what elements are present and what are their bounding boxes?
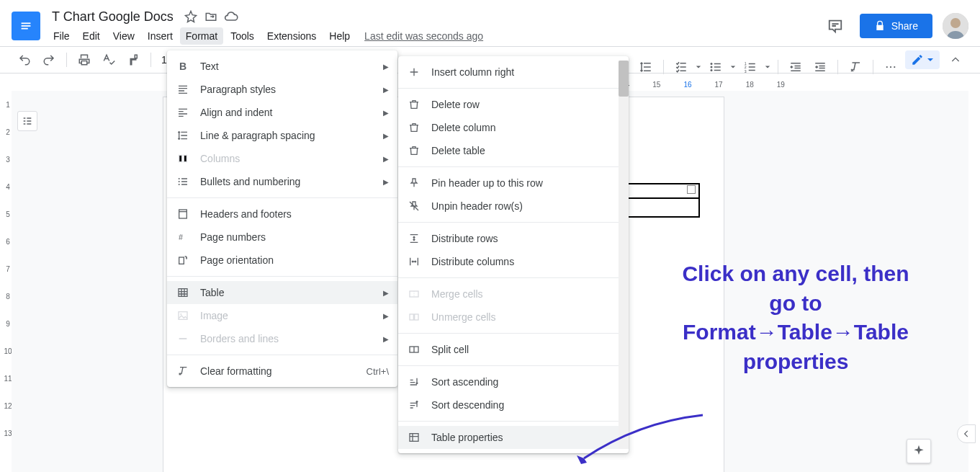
svg-point-6 — [711, 63, 713, 65]
star-icon[interactable] — [184, 9, 198, 24]
comments-icon[interactable] — [821, 12, 850, 40]
align-icon — [176, 105, 190, 120]
indent-button[interactable] — [810, 57, 830, 77]
table-unpin-header[interactable]: Unpin header row(s) — [398, 195, 629, 218]
table-delete-table[interactable]: Delete table — [398, 139, 629, 162]
svg-point-15 — [179, 178, 180, 179]
outdent-button[interactable] — [786, 57, 806, 77]
menu-edit[interactable]: Edit — [77, 27, 106, 45]
unpin-icon — [407, 199, 421, 213]
format-dropdown: BText▶ Paragraph styles▶ Align and inden… — [167, 50, 397, 387]
menu-bar: File Edit View Insert Format Tools Exten… — [48, 27, 821, 45]
trash-icon — [407, 143, 421, 158]
borders-icon — [176, 331, 190, 346]
format-headers-footers[interactable]: Headers and footers — [167, 202, 397, 226]
redo-button[interactable] — [39, 50, 59, 70]
table-pin-header[interactable]: Pin header up to this row — [398, 172, 629, 195]
table-distribute-rows[interactable]: Distribute rows — [398, 227, 629, 250]
explore-button[interactable] — [907, 439, 931, 463]
lock-icon — [874, 20, 886, 32]
svg-point-8 — [711, 69, 713, 71]
table-delete-column[interactable]: Delete column — [398, 116, 629, 139]
menu-insert[interactable]: Insert — [142, 27, 179, 45]
side-panel-toggle[interactable] — [957, 424, 976, 443]
distribute-cols-icon — [407, 254, 421, 269]
numbered-list-button[interactable]: 123 — [740, 57, 760, 77]
bullets-icon — [176, 174, 190, 189]
svg-rect-2 — [22, 25, 31, 27]
share-button[interactable]: Share — [860, 14, 932, 38]
format-line-spacing[interactable]: Line & paragraph spacing▶ — [167, 124, 397, 147]
line-spacing-button[interactable] — [636, 57, 656, 77]
document-title[interactable]: T Chart Google Docs — [48, 8, 178, 26]
undo-button[interactable] — [14, 50, 35, 70]
chevron-right-icon: ▶ — [383, 63, 389, 71]
menu-file[interactable]: File — [48, 27, 76, 45]
plus-icon — [407, 65, 421, 79]
docs-icon — [18, 16, 34, 36]
bold-icon: B — [176, 59, 190, 74]
image-icon — [176, 308, 190, 323]
table-sort-ascending[interactable]: Sort ascending — [398, 370, 629, 393]
sort-desc-icon — [407, 398, 421, 412]
format-borders-lines: Borders and lines▶ — [167, 327, 397, 350]
table-split-cell[interactable]: Split cell — [398, 338, 629, 361]
submenu-scrollbar[interactable] — [619, 61, 629, 449]
scrollbar-thumb[interactable] — [619, 61, 629, 97]
chevron-down-icon — [927, 56, 934, 63]
print-button[interactable] — [74, 50, 94, 70]
unmerge-icon — [407, 310, 421, 324]
format-bullets-numbering[interactable]: Bullets and numbering▶ — [167, 170, 397, 193]
cloud-check-icon[interactable] — [224, 9, 238, 24]
docs-logo[interactable] — [12, 12, 40, 40]
menu-format[interactable]: Format — [180, 27, 223, 45]
share-label: Share — [891, 20, 918, 32]
table-props-icon — [407, 430, 421, 445]
svg-point-16 — [179, 181, 180, 182]
chevron-right-icon: ▶ — [383, 335, 389, 343]
format-page-orientation[interactable]: Page orientation — [167, 249, 397, 272]
table-delete-row[interactable]: Delete row — [398, 93, 629, 116]
svg-text:#: # — [179, 233, 183, 241]
table-distribute-columns[interactable]: Distribute columns — [398, 250, 629, 273]
spellcheck-button[interactable] — [99, 50, 119, 70]
cell-tab-icon[interactable] — [687, 185, 696, 194]
checklist-button[interactable] — [671, 57, 691, 77]
format-page-numbers[interactable]: #Page numbers — [167, 226, 397, 249]
svg-point-23 — [180, 313, 181, 315]
bullet-list-button[interactable] — [706, 57, 726, 77]
format-paragraph-styles[interactable]: Paragraph styles▶ — [167, 78, 397, 101]
menu-extensions[interactable]: Extensions — [261, 27, 322, 45]
paint-format-button[interactable] — [123, 50, 143, 70]
format-table[interactable]: Table▶ — [167, 281, 397, 304]
svg-rect-3 — [22, 28, 28, 30]
user-avatar[interactable] — [943, 13, 968, 39]
table-properties[interactable]: Table properties — [398, 426, 629, 449]
svg-rect-20 — [179, 257, 184, 264]
pin-icon — [407, 176, 421, 190]
chevron-down-icon — [696, 64, 701, 70]
menu-tools[interactable]: Tools — [225, 27, 260, 45]
collapse-toolbar-button[interactable] — [945, 50, 966, 70]
chevron-right-icon: ▶ — [383, 109, 389, 117]
chevron-right-icon: ▶ — [383, 312, 389, 320]
menu-view[interactable]: View — [107, 27, 140, 45]
svg-text:3: 3 — [745, 69, 747, 74]
table-insert-column-right[interactable]: Insert column right — [398, 61, 629, 84]
format-text[interactable]: BText▶ — [167, 55, 397, 78]
editing-mode-button[interactable] — [905, 50, 940, 69]
move-icon[interactable] — [204, 9, 218, 24]
clear-format-button[interactable] — [845, 57, 866, 77]
svg-point-13 — [890, 66, 891, 68]
outline-toggle[interactable] — [17, 111, 37, 131]
format-columns: Columns▶ — [167, 147, 397, 170]
menu-help[interactable]: Help — [323, 27, 356, 45]
sort-asc-icon — [407, 375, 421, 389]
svg-point-14 — [894, 66, 895, 68]
format-align-indent[interactable]: Align and indent▶ — [167, 101, 397, 124]
format-clear-formatting[interactable]: Clear formattingCtrl+\ — [167, 360, 397, 383]
more-tools-button[interactable] — [881, 57, 901, 77]
last-edit-link[interactable]: Last edit was seconds ago — [364, 30, 483, 42]
table-sort-descending[interactable]: Sort descending — [398, 393, 629, 417]
chevron-right-icon: ▶ — [383, 178, 389, 186]
